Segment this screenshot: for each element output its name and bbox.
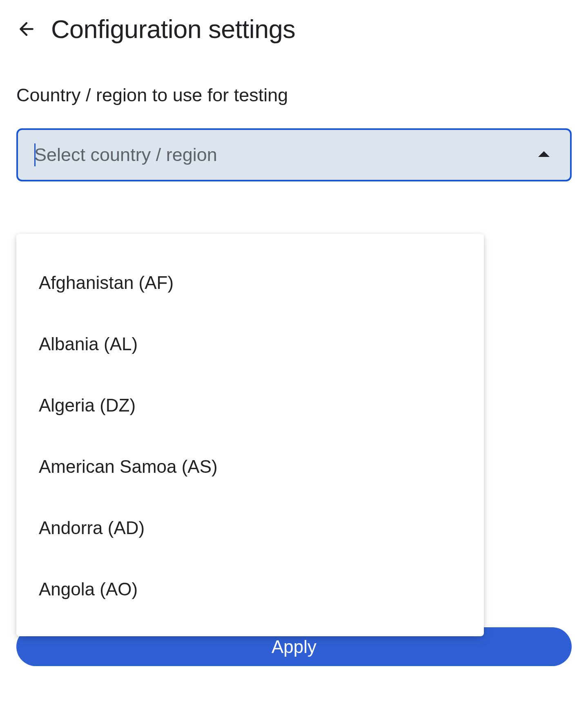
dropdown-option[interactable]: Algeria (DZ)	[16, 375, 484, 436]
page-header: Configuration settings	[16, 14, 572, 44]
dropdown-option[interactable]: Andorra (AD)	[16, 497, 484, 559]
country-select-placeholder: Select country / region	[34, 144, 217, 166]
back-arrow-icon[interactable]	[16, 19, 37, 39]
dropdown-option[interactable]: Albania (AL)	[16, 313, 484, 375]
dropdown-option[interactable]: Angola (AO)	[16, 559, 484, 620]
country-select[interactable]: Select country / region	[16, 128, 572, 181]
chevron-up-icon	[538, 151, 550, 159]
page-title: Configuration settings	[51, 14, 295, 44]
country-field-label: Country / region to use for testing	[16, 85, 572, 106]
country-dropdown-menu: Afghanistan (AF) Albania (AL) Algeria (D…	[16, 234, 484, 636]
dropdown-option[interactable]: American Samoa (AS)	[16, 436, 484, 497]
dropdown-option[interactable]: Afghanistan (AF)	[16, 252, 484, 313]
